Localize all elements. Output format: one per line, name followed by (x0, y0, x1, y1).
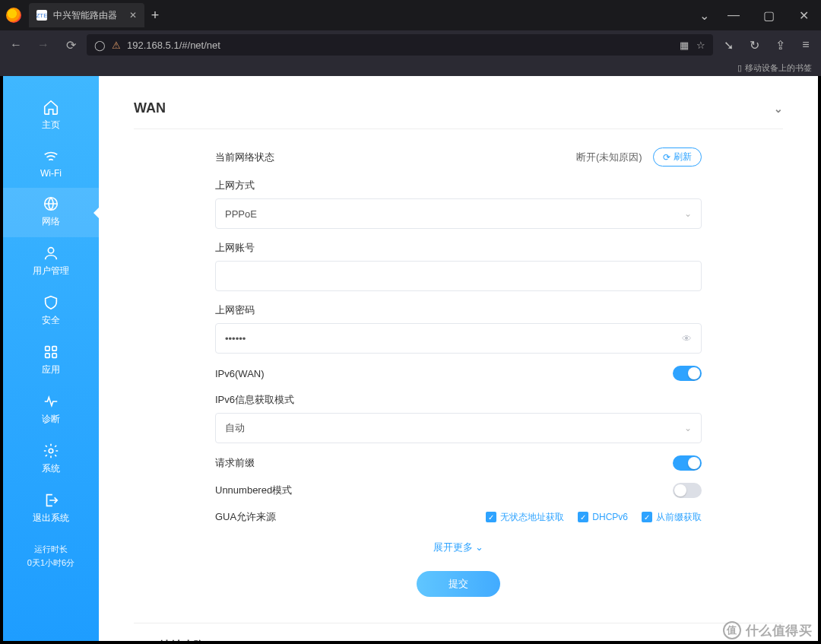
expand-more-button[interactable]: 展开更多 ⌄ (215, 541, 702, 554)
window-maximize-icon[interactable]: ▢ (751, 3, 786, 27)
insecure-lock-icon: ⚠ (112, 40, 121, 51)
sidebar-item-label: 安全 (42, 314, 60, 327)
eye-icon[interactable]: 👁 (682, 333, 692, 344)
save-pocket-icon[interactable]: ➘ (718, 34, 739, 56)
shield-icon (43, 294, 59, 311)
chevron-down-icon: ⌄ (475, 541, 483, 553)
sidebar-item-home[interactable]: 主页 (3, 91, 99, 141)
pulse-icon (43, 393, 59, 410)
prefix-label: 请求前缀 (215, 456, 255, 470)
refresh-icon: ⟳ (663, 152, 670, 163)
method-label: 上网方式 (215, 179, 702, 192)
uptime-label: 运行时长 (27, 543, 74, 557)
tabs-dropdown-icon[interactable]: ⌄ (692, 3, 716, 27)
prefix-toggle[interactable] (673, 455, 702, 471)
apps-icon (43, 344, 59, 360)
sidebar-item-label: 网络 (42, 215, 60, 228)
refresh-button[interactable]: ⟳ 刷新 (653, 148, 702, 167)
sidebar-item-logout[interactable]: 退出系统 (3, 484, 99, 534)
device-icon: ▯ (737, 63, 742, 73)
svg-point-1 (48, 248, 53, 253)
sidebar-item-network[interactable]: 网络 (3, 188, 99, 237)
address-field[interactable]: ◯ ⚠ 192.168.5.1/#/net/net ▦ ☆ (87, 34, 713, 56)
window-close-icon[interactable]: ✕ (786, 3, 821, 27)
account-row: 上网账号 (215, 241, 702, 291)
sidebar-item-label: 用户管理 (33, 265, 69, 278)
svg-rect-5 (52, 354, 57, 358)
sidebar-item-users[interactable]: 用户管理 (3, 237, 99, 287)
account-input[interactable] (215, 261, 702, 291)
firefox-icon (6, 8, 21, 23)
router-app: 主页 Wi-Fi 网络 用户管理 安全 应用 诊断 系统 (3, 76, 818, 641)
chevron-down-icon: ⌄ (774, 103, 783, 115)
account-label: 上网账号 (215, 241, 702, 255)
sidebar-item-apps[interactable]: 应用 (3, 336, 99, 385)
watermark-icon: 值 (723, 621, 741, 639)
uptime-value: 0天1小时6分 (27, 557, 74, 570)
ipv6-mode-row: IPv6信息获取模式 自动 ⌄ (215, 393, 702, 443)
chevron-right-icon: › (779, 640, 783, 642)
gua-check-stateless[interactable]: ✓ 无状态地址获取 (486, 511, 564, 524)
sidebar-item-wifi[interactable]: Wi-Fi (3, 141, 99, 188)
url-bar: ← → ⟳ ◯ ⚠ 192.168.5.1/#/net/net ▦ ☆ ➘ ↻ … (0, 30, 821, 59)
mobile-bookmarks-hint[interactable]: ▯ 移动设备上的书签 (0, 59, 821, 76)
mac-clone-section[interactable]: MAC地址克隆 › (134, 623, 783, 641)
nav-back-icon[interactable]: ← (5, 33, 27, 56)
checkbox-icon: ✓ (578, 512, 588, 522)
password-row: 上网密码 👁 (215, 303, 702, 354)
url-text: 192.168.5.1/#/net/net (127, 40, 220, 51)
tab-title: 中兴智能路由器 (53, 9, 117, 22)
uptime-display: 运行时长 0天1小时6分 (27, 543, 74, 569)
svg-rect-4 (46, 354, 49, 358)
sidebar-item-system[interactable]: 系统 (3, 435, 99, 484)
password-input[interactable]: 👁 (215, 323, 702, 354)
unnumbered-label: Unnumbered模式 (215, 484, 292, 497)
home-icon (43, 99, 59, 116)
submit-button[interactable]: 提交 (417, 571, 500, 597)
shield-icon: ◯ (94, 40, 106, 51)
gua-check-dhcpv6[interactable]: ✓ DHCPv6 (578, 512, 628, 522)
gua-row: GUA允许来源 ✓ 无状态地址获取 ✓ DHCPv6 ✓ 从前缀获取 (215, 510, 702, 524)
window-controls: ⌄ — ▢ ✕ (692, 3, 821, 27)
bookmark-star-icon[interactable]: ☆ (696, 40, 705, 51)
ipv6-mode-label: IPv6信息获取模式 (215, 393, 702, 407)
unnumbered-toggle[interactable] (673, 483, 702, 498)
app-menu-icon[interactable]: ≡ (795, 34, 816, 56)
ipv6-wan-toggle[interactable] (673, 366, 702, 381)
sidebar-item-label: 诊断 (42, 413, 60, 426)
ipv6-wan-label: IPv6(WAN) (215, 368, 265, 379)
svg-rect-2 (46, 347, 49, 351)
main-content: WAN ⌄ 当前网络状态 断开(未知原因) ⟳ 刷新 上网方式 PPPoE ⌄ (99, 76, 818, 641)
svg-rect-3 (52, 347, 57, 351)
ipv6-wan-row: IPv6(WAN) (215, 366, 702, 381)
sidebar-item-diagnostics[interactable]: 诊断 (3, 385, 99, 435)
prefix-row: 请求前缀 (215, 455, 702, 471)
new-tab-button[interactable]: + (144, 8, 166, 24)
sidebar: 主页 Wi-Fi 网络 用户管理 安全 应用 诊断 系统 (3, 76, 99, 641)
wan-section-title[interactable]: WAN ⌄ (134, 76, 783, 129)
checkbox-icon: ✓ (486, 512, 496, 522)
chevron-down-icon: ⌄ (684, 423, 692, 433)
svg-point-6 (49, 449, 53, 453)
nav-reload-icon[interactable]: ⟳ (59, 33, 82, 56)
account-icon[interactable]: ↻ (743, 34, 765, 56)
gua-check-prefix[interactable]: ✓ 从前缀获取 (642, 511, 702, 524)
password-label: 上网密码 (215, 303, 702, 317)
ipv6-mode-select[interactable]: 自动 ⌄ (215, 413, 702, 443)
nav-forward-icon[interactable]: → (32, 33, 55, 56)
library-icon[interactable]: ⇪ (769, 34, 791, 56)
browser-tab[interactable]: ZTE 中兴智能路由器 ✕ (29, 3, 144, 27)
browser-titlebar: ZTE 中兴智能路由器 ✕ + ⌄ — ▢ ✕ (0, 0, 821, 30)
sidebar-item-label: 系统 (42, 462, 60, 475)
window-minimize-icon[interactable]: — (716, 3, 751, 27)
qr-icon[interactable]: ▦ (680, 40, 689, 51)
chevron-down-icon: ⌄ (684, 208, 692, 219)
watermark: 值 什么值得买 (723, 621, 813, 639)
sidebar-item-security[interactable]: 安全 (3, 287, 99, 336)
sidebar-item-label: 退出系统 (33, 512, 69, 525)
sidebar-item-label: 主页 (42, 119, 60, 132)
network-status-row: 当前网络状态 断开(未知原因) ⟳ 刷新 (215, 148, 702, 167)
gua-label: GUA允许来源 (215, 510, 276, 524)
connection-method-select[interactable]: PPPoE ⌄ (215, 198, 702, 229)
tab-close-icon[interactable]: ✕ (129, 10, 137, 21)
